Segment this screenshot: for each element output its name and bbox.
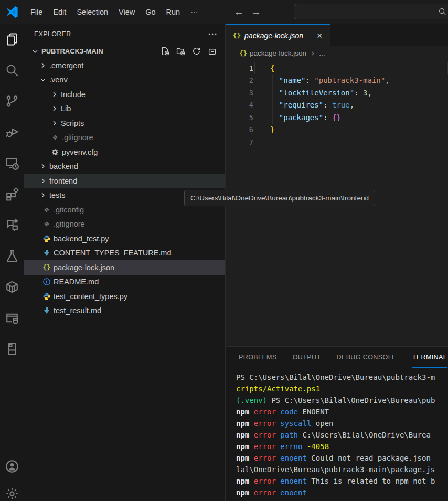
markdown-icon: [42, 306, 51, 315]
chevron-down-icon: [31, 47, 39, 56]
panel-tab-problems[interactable]: PROBLEMS: [239, 347, 277, 368]
breadcrumb-ellipsis[interactable]: ...: [319, 49, 325, 57]
tree-folder--venv[interactable]: .venv: [24, 73, 225, 88]
tree-file-pyvenv-cfg[interactable]: pyvenv.cfg: [24, 145, 225, 159]
terminal-line: npm error syscall open: [236, 418, 448, 429]
chat-icon[interactable]: [0, 209, 24, 240]
panel-tab-terminal[interactable]: TERMINAL: [412, 347, 447, 368]
remote-explorer-icon[interactable]: [0, 147, 24, 178]
search-input[interactable]: [294, 8, 439, 16]
file-label: Lib: [61, 104, 71, 113]
code-line-7[interactable]: 7: [226, 136, 448, 148]
chevron-right-icon: [309, 50, 316, 57]
tree-folder--emergent[interactable]: .emergent: [24, 58, 225, 73]
tree-file-backend-test-py[interactable]: backend_test.py: [24, 231, 225, 246]
nav-forward-icon[interactable]: →: [251, 6, 261, 18]
title-bar: FileEditSelectionViewGoRun··· ← →: [0, 0, 448, 24]
command-center-search[interactable]: [294, 4, 448, 19]
search-icon: [5, 63, 19, 77]
line-number: 1: [226, 64, 254, 72]
chevron-right-icon: [50, 119, 59, 127]
settings-gear-icon[interactable]: [0, 480, 24, 501]
line-number: 4: [226, 101, 254, 109]
panel-tab-debug-console[interactable]: DEBUG CONSOLE: [336, 347, 396, 368]
git-icon: [42, 206, 51, 214]
vscode-window: FileEditSelectionViewGoRun··· ← → EXPLOR…: [0, 0, 448, 501]
tree-file--gitignore[interactable]: .gitignore: [24, 217, 225, 232]
tree-file-readme-md[interactable]: README.md: [24, 275, 225, 290]
panel-tab-output[interactable]: OUTPUT: [293, 347, 321, 368]
code-line-1[interactable]: 1{: [226, 62, 448, 74]
file-label: Scripts: [61, 119, 84, 127]
tree-file-test-content-types-py[interactable]: test_content_types.py: [24, 289, 225, 304]
new-file-icon[interactable]: [161, 47, 169, 56]
git-icon: [42, 220, 51, 228]
refresh-icon[interactable]: [192, 47, 201, 56]
terminal-line: cripts/Activate.ps1: [236, 383, 448, 395]
menu-[interactable]: ···: [185, 5, 204, 19]
database-window-icon[interactable]: [0, 302, 24, 333]
extensions-icon[interactable]: [0, 178, 24, 209]
collapse-all-icon[interactable]: [208, 47, 217, 56]
code-line-3[interactable]: 3 "lockfileVersion": 3,: [226, 87, 448, 99]
terminal-output[interactable]: PS C:\Users\Bilal\OneDrive\Bureau\pubtra…: [226, 368, 448, 501]
menu-selection[interactable]: Selection: [71, 5, 113, 19]
tree-folder-backend[interactable]: backend: [24, 159, 225, 174]
tree-file-content-types-feature-md[interactable]: CONTENT_TYPES_FEATURE.md: [24, 246, 225, 261]
new-folder-icon[interactable]: [176, 47, 185, 56]
menu-go[interactable]: Go: [140, 5, 161, 19]
json-icon: {}: [42, 263, 50, 271]
menu-run[interactable]: Run: [161, 5, 186, 19]
breadcrumb-file[interactable]: package-lock.json: [250, 49, 306, 57]
tree-folder-lib[interactable]: Lib: [24, 102, 225, 116]
terminal-line: npm error A complete log of this run can…: [236, 498, 448, 501]
terminal-line: lal\OneDrive\Bureau\pubtrack3-main\packa…: [236, 464, 448, 475]
search-icon[interactable]: [0, 55, 24, 86]
code-line-4[interactable]: 4 "requires": true,: [226, 99, 448, 112]
device-icon[interactable]: [0, 333, 24, 364]
container-icon[interactable]: [0, 271, 24, 302]
workspace-section-header[interactable]: PUBTRACK3-MAIN: [24, 44, 225, 58]
line-number: 6: [226, 125, 254, 134]
file-label: README.md: [54, 278, 99, 286]
line-number: 5: [226, 113, 254, 122]
tab-package-lock-json[interactable]: {} package-lock.json ✕: [226, 24, 330, 46]
code-line-5[interactable]: 5 "packages": {}: [226, 111, 448, 124]
tree-file-test-result-md[interactable]: test_result.md: [24, 304, 225, 318]
file-label: frontend: [49, 177, 77, 185]
code-line-2[interactable]: 2 "name": "pubtrack3-main",: [226, 74, 448, 87]
menu-view[interactable]: View: [113, 5, 140, 19]
close-icon[interactable]: ✕: [314, 30, 325, 41]
nav-back-icon[interactable]: ←: [234, 6, 244, 18]
file-label: .gitignore: [54, 220, 85, 228]
line-number: 2: [226, 76, 254, 84]
file-label: test_result.md: [54, 306, 101, 315]
more-actions-icon[interactable]: ···: [208, 29, 218, 38]
tree-folder-scripts[interactable]: Scripts: [24, 116, 225, 131]
explorer-sidebar: EXPLORER ··· PUBTRACK3-MAIN .emergent.ve…: [24, 24, 226, 501]
tree-folder-frontend[interactable]: frontend: [24, 174, 225, 188]
source-control-icon: [5, 94, 19, 108]
path-tooltip: C:\Users\Bilal\OneDrive\Bureau\pubtrack3…: [184, 190, 375, 206]
terminal-line: npm error enoent: [236, 487, 448, 498]
menu-edit[interactable]: Edit: [48, 5, 71, 19]
explorer-icon[interactable]: [0, 24, 24, 55]
run-debug-icon[interactable]: [0, 116, 24, 147]
testing-icon[interactable]: [0, 240, 24, 271]
code-line-6[interactable]: 6}: [226, 124, 448, 136]
source-control-icon[interactable]: [0, 86, 24, 116]
tab-label: package-lock.json: [244, 31, 303, 40]
tree-file--gitignore[interactable]: .gitignore: [24, 131, 225, 145]
tree-file-package-lock-json[interactable]: {}package-lock.json: [24, 260, 225, 275]
breadcrumb[interactable]: {} package-lock.json ...: [226, 46, 448, 60]
chevron-down-icon: [39, 76, 47, 84]
terminal-line: PS C:\Users\Bilal\OneDrive\Bureau\pubtra…: [236, 371, 448, 383]
account-icon[interactable]: [0, 453, 24, 480]
file-label: backend_test.py: [54, 234, 109, 243]
tree-folder-include[interactable]: Include: [24, 87, 225, 102]
activity-bar: [0, 24, 24, 501]
menu-file[interactable]: File: [25, 5, 48, 19]
chevron-right-icon: [39, 61, 47, 70]
vscode-logo-icon: [5, 5, 19, 19]
file-label: CONTENT_TYPES_FEATURE.md: [54, 249, 172, 257]
